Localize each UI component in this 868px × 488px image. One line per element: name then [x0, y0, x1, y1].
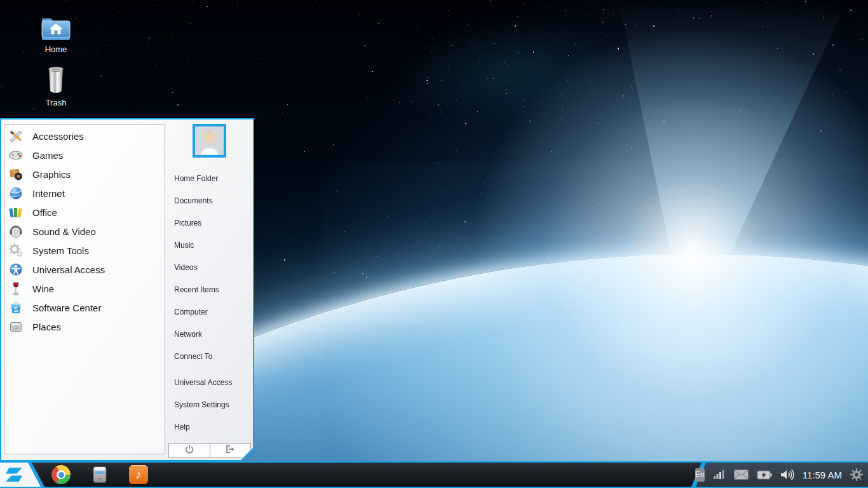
menu-place-documents[interactable]: Documents: [174, 189, 252, 212]
battery-icon[interactable]: [757, 470, 772, 480]
keyboard-layout-indicator[interactable]: En: [695, 468, 705, 482]
star: [129, 109, 130, 109]
star: [65, 112, 66, 112]
star: [263, 124, 264, 125]
star: [172, 92, 173, 93]
menu-place-music[interactable]: Music: [174, 234, 252, 256]
games-icon: [8, 147, 24, 163]
star: [147, 42, 147, 43]
menu-place-connect-to[interactable]: Connect To: [174, 345, 252, 367]
places-drive-icon: [8, 318, 24, 335]
menu-place-recent-items[interactable]: Recent Items: [174, 278, 252, 301]
graphics-icon: [8, 166, 24, 182]
logout-icon: [224, 444, 236, 458]
menu-place-system-settings[interactable]: System Settings: [174, 393, 252, 416]
chrome-browser-icon[interactable]: [51, 465, 71, 484]
star: [282, 112, 283, 113]
music-player-icon[interactable]: ♪: [129, 465, 148, 484]
star: [197, 8, 198, 8]
menu-category-system-tools[interactable]: System Tools: [4, 241, 165, 260]
star: [316, 0, 317, 1]
star: [158, 4, 159, 6]
desktop-icon-trash[interactable]: Trash: [24, 64, 88, 107]
star: [139, 87, 139, 88]
star: [246, 95, 247, 95]
star: [1, 86, 2, 87]
star: [304, 151, 305, 152]
star: [155, 65, 156, 66]
star: [118, 12, 119, 13]
menu-category-label: Games: [32, 150, 63, 161]
star: [294, 315, 295, 315]
chrome-core: [57, 470, 65, 479]
logout-button[interactable]: [210, 444, 251, 458]
internet-globe-icon: [8, 185, 24, 201]
menu-category-accessories[interactable]: Accessories: [4, 126, 165, 146]
sound-video-icon: [8, 223, 24, 240]
file-manager-icon[interactable]: [90, 465, 109, 484]
menu-category-label: Universal Access: [32, 264, 105, 275]
home-folder-icon: [24, 14, 88, 42]
star: [207, 6, 208, 8]
mail-icon[interactable]: [734, 470, 749, 480]
user-avatar[interactable]: [193, 124, 226, 158]
menu-place-computer[interactable]: Computer: [174, 301, 252, 323]
menu-category-label: Software Center: [32, 302, 101, 313]
menu-place-pictures[interactable]: Pictures: [174, 212, 252, 234]
menu-place-home-folder[interactable]: Home Folder: [174, 167, 252, 189]
star: [255, 240, 255, 240]
star: [66, 0, 67, 1]
menu-category-label: Accessories: [32, 131, 84, 142]
menu-category-label: Graphics: [32, 169, 71, 180]
settings-gear-icon[interactable]: [850, 468, 863, 481]
volume-icon[interactable]: [780, 469, 794, 480]
star: [100, 75, 102, 76]
menu-category-wine[interactable]: Wine: [4, 279, 165, 298]
menu-categories: Accessories Games: [4, 124, 165, 454]
network-signal-icon[interactable]: [713, 469, 726, 480]
star: [106, 45, 107, 46]
star: [116, 81, 117, 81]
menu-places-panel: Home Folder Documents Pictures Music Vid…: [166, 119, 253, 460]
menu-category-label: Places: [32, 322, 61, 332]
desktop-icon-label: Trash: [46, 98, 67, 107]
system-tray: En: [686, 463, 868, 487]
menu-category-internet[interactable]: Internet: [4, 184, 165, 203]
menu-category-games[interactable]: Games: [4, 146, 165, 165]
star: [284, 259, 285, 261]
star: [193, 1, 193, 2]
start-button[interactable]: [0, 463, 44, 487]
clock[interactable]: 11:59 AM: [803, 470, 842, 480]
star: [237, 5, 238, 6]
star: [242, 1, 243, 1]
star: [276, 129, 276, 130]
taskbar: ♪ En: [0, 461, 868, 488]
menu-category-places[interactable]: Places: [4, 317, 165, 336]
star: [98, 30, 98, 31]
menu-category-label: Office: [32, 207, 57, 218]
star: [97, 53, 98, 54]
accessories-icon: [8, 128, 24, 144]
star: [273, 227, 273, 228]
start-menu: Accessories Games: [0, 118, 254, 461]
menu-category-software-center[interactable]: Software Center: [4, 298, 165, 317]
start-menu-panel: Accessories Games: [1, 119, 253, 460]
menu-category-graphics[interactable]: Graphics: [4, 165, 165, 184]
star: [190, 23, 191, 24]
menu-place-network[interactable]: Network: [174, 323, 252, 345]
menu-category-label: Sound & Video: [32, 226, 96, 237]
desktop-icon-home[interactable]: Home: [24, 14, 88, 54]
menu-place-videos[interactable]: Videos: [174, 256, 252, 278]
star: [257, 254, 258, 255]
menu-category-sound-video[interactable]: Sound & Video: [4, 222, 165, 241]
menu-place-help[interactable]: Help: [174, 416, 252, 438]
power-button[interactable]: [169, 444, 210, 458]
menu-category-label: System Tools: [32, 245, 89, 256]
universal-access-icon: [8, 261, 24, 278]
menu-category-office[interactable]: Office: [4, 203, 165, 222]
music-note-glyph: ♪: [135, 468, 142, 482]
star: [258, 270, 259, 271]
menu-place-universal-access[interactable]: Universal Access: [174, 371, 252, 393]
menu-category-universal-access[interactable]: Universal Access: [4, 260, 165, 279]
system-tools-gears-icon: [8, 242, 24, 259]
